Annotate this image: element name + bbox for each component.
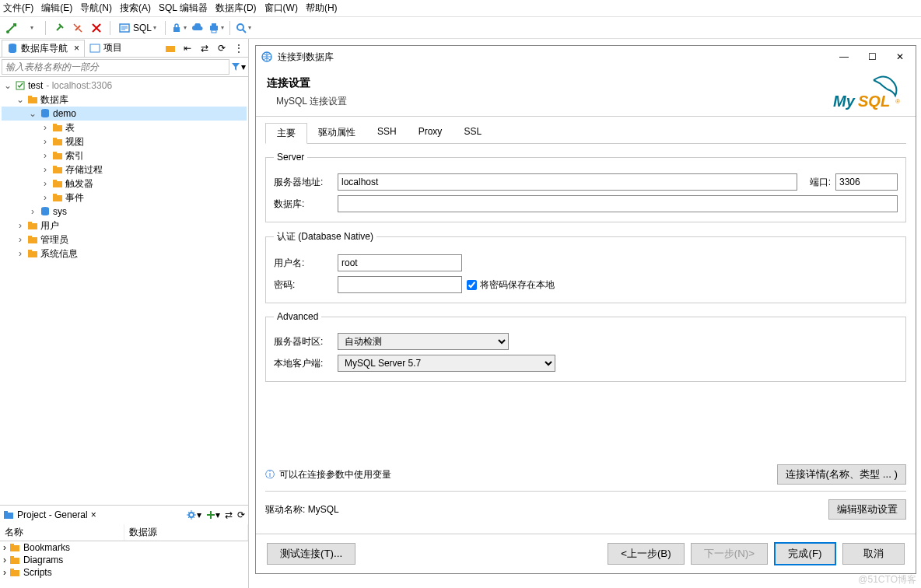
search-icon[interactable]: ▾ <box>235 19 252 37</box>
project-item-scripts[interactable]: ›Scripts <box>0 566 248 579</box>
svg-rect-36 <box>10 545 19 551</box>
save-password-checkbox[interactable] <box>467 280 477 290</box>
password-input[interactable] <box>338 276 462 293</box>
close-icon[interactable]: × <box>74 43 79 54</box>
tree-events[interactable]: ›事件 <box>2 191 247 205</box>
svg-rect-15 <box>53 124 57 125</box>
test-connection-button[interactable]: 测试连接(T)... <box>267 543 355 565</box>
col-datasource[interactable]: 数据源 <box>124 524 249 541</box>
link-icon[interactable]: ⇄ <box>197 41 212 55</box>
database-input[interactable] <box>338 195 898 212</box>
host-input[interactable] <box>338 173 797 191</box>
minimize-button[interactable]: — <box>833 49 855 65</box>
menu-database[interactable]: 数据库(D) <box>215 2 257 15</box>
maximize-button[interactable]: ☐ <box>861 49 883 65</box>
menu-sql[interactable]: SQL 编辑器 <box>159 2 208 15</box>
connection-details-button[interactable]: 连接详情(名称、类型 ... ) <box>777 464 906 485</box>
tab-ssh[interactable]: SSH <box>366 123 408 143</box>
dropdown-icon[interactable]: ▾ <box>23 19 40 37</box>
print-icon[interactable]: ▾ <box>208 19 225 37</box>
menubar: 文件(F) 编辑(E) 导航(N) 搜索(A) SQL 编辑器 数据库(D) 窗… <box>0 0 921 17</box>
plug-disconnect-icon[interactable] <box>69 19 86 37</box>
menu-window[interactable]: 窗口(W) <box>264 2 298 15</box>
svg-point-6 <box>237 24 243 30</box>
plug-connect-icon[interactable] <box>51 19 68 37</box>
gear-icon[interactable] <box>186 509 197 520</box>
svg-rect-41 <box>10 569 14 570</box>
filter-input[interactable] <box>2 59 229 75</box>
lock-icon[interactable]: ▾ <box>170 19 187 37</box>
connection-dialog: 连接到数据库 — ☐ ✕ 连接设置 MySQL 连接设置 MySQL® <box>255 45 916 574</box>
tree-databases[interactable]: ⌄数据库 <box>2 93 247 107</box>
tree-indexes[interactable]: ›索引 <box>2 149 247 163</box>
menu-file[interactable]: 文件(F) <box>3 2 33 15</box>
tab-db-navigator[interactable]: 数据库导航 × <box>2 40 85 57</box>
username-input[interactable] <box>338 254 462 271</box>
close-button[interactable]: ✕ <box>889 49 911 65</box>
timezone-select[interactable]: 自动检测 <box>338 333 509 350</box>
driver-name-label: 驱动名称: MySQL <box>265 503 339 516</box>
tab-main[interactable]: 主要 <box>265 123 307 144</box>
timezone-label: 服务器时区: <box>274 335 333 348</box>
next-button[interactable]: 下一步(N)> <box>691 543 768 565</box>
disconnect-red-icon[interactable] <box>88 19 105 37</box>
left-panel: 数据库导航 × 项目 ⇤ ⇄ ⟳ ⋮ ▾ ⌄test- localhost:33… <box>0 39 249 588</box>
tree-sysinfo[interactable]: ›系统信息 <box>2 247 247 261</box>
dialog-heading: 连接设置 <box>267 76 347 90</box>
tab-proxy[interactable]: Proxy <box>408 123 453 143</box>
tree-tables[interactable]: ›表 <box>2 121 247 135</box>
menu-navigate[interactable]: 导航(N) <box>80 2 112 15</box>
back-button[interactable]: <上一步(B) <box>608 543 685 565</box>
svg-point-35 <box>189 513 194 517</box>
tree-triggers[interactable]: ›触发器 <box>2 177 247 191</box>
sql-editor-button[interactable]: SQL ▾ <box>115 22 160 34</box>
client-select[interactable]: MySQL Server 5.7 <box>338 355 555 372</box>
menu-help[interactable]: 帮助(H) <box>306 2 338 15</box>
filter-icon[interactable]: ▾ <box>229 59 247 75</box>
svg-rect-34 <box>4 511 8 513</box>
dropdown-icon[interactable]: ▾ <box>197 509 201 520</box>
menu-search[interactable]: 搜索(A) <box>120 2 151 15</box>
dropdown-icon[interactable]: ▾ <box>215 509 220 520</box>
close-icon[interactable]: × <box>91 509 96 520</box>
svg-rect-17 <box>53 138 57 139</box>
tree-procedures[interactable]: ›存储过程 <box>2 163 247 177</box>
project-panel-title: Project - General <box>17 509 88 520</box>
svg-rect-19 <box>53 152 57 153</box>
cloud-icon[interactable] <box>189 19 206 37</box>
cancel-button[interactable]: 取消 <box>842 543 905 565</box>
svg-rect-14 <box>53 125 62 131</box>
svg-rect-2 <box>173 27 180 32</box>
tree-db-sys[interactable]: ›sys <box>2 205 247 219</box>
tree-admins[interactable]: ›管理员 <box>2 233 247 247</box>
refresh-icon[interactable]: ⟳ <box>237 509 245 520</box>
svg-rect-32 <box>28 250 32 251</box>
database-tree: ⌄test- localhost:3306 ⌄数据库 ⌄demo ›表 ›视图 … <box>0 77 248 505</box>
svg-rect-5 <box>212 30 216 33</box>
tree-users[interactable]: ›用户 <box>2 219 247 233</box>
link-icon[interactable]: ⇄ <box>225 509 233 520</box>
svg-rect-18 <box>53 153 62 159</box>
svg-rect-38 <box>10 558 19 564</box>
tree-db-demo[interactable]: ⌄demo <box>2 107 247 121</box>
add-icon[interactable] <box>206 510 215 520</box>
collapse-icon[interactable]: ⇤ <box>180 41 195 55</box>
menu-icon[interactable]: ⋮ <box>231 41 247 55</box>
tree-connection[interactable]: ⌄test- localhost:3306 <box>2 79 247 93</box>
refresh-icon[interactable]: ⟳ <box>214 41 229 55</box>
new-folder-icon[interactable] <box>163 41 178 55</box>
new-connection-icon[interactable] <box>3 19 20 37</box>
bottom-project-panel: Project - General × ▾ ▾ ⇄ ⟳ 名称 数据源 ›Book… <box>0 505 248 588</box>
tab-driver-props[interactable]: 驱动属性 <box>307 123 366 143</box>
port-input[interactable] <box>835 173 898 191</box>
tree-views[interactable]: ›视图 <box>2 135 247 149</box>
project-item-diagrams[interactable]: ›Diagrams <box>0 554 248 566</box>
menu-edit[interactable]: 编辑(E) <box>41 2 72 15</box>
client-label: 本地客户端: <box>274 357 333 370</box>
tab-project[interactable]: 项目 <box>85 40 127 56</box>
finish-button[interactable]: 完成(F) <box>774 542 836 565</box>
col-name[interactable]: 名称 <box>0 524 124 541</box>
edit-driver-button[interactable]: 编辑驱动设置 <box>828 499 906 520</box>
tab-ssl[interactable]: SSL <box>453 123 492 143</box>
project-item-bookmarks[interactable]: ›Bookmarks <box>0 541 248 554</box>
